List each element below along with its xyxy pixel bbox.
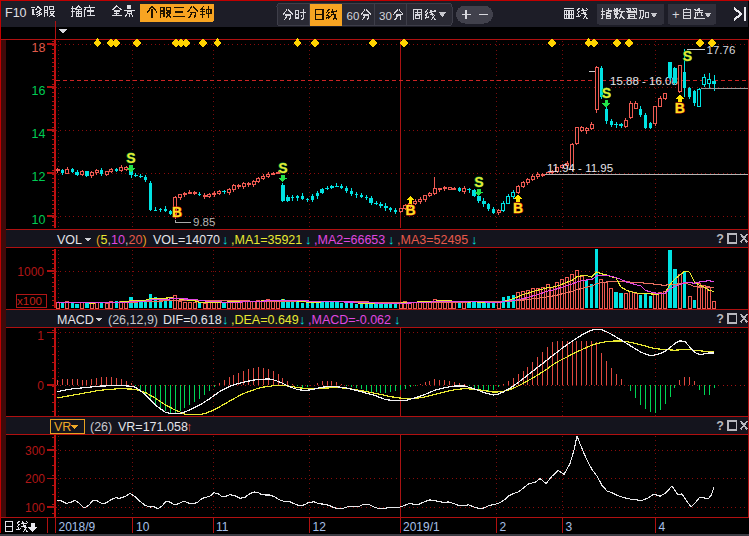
svg-text:S: S (602, 85, 611, 101)
svg-text:10: 10 (136, 520, 150, 534)
svg-text:,MACD=-0.062: ,MACD=-0.062 (308, 313, 391, 327)
svg-text:?: ? (716, 232, 724, 246)
svg-text:12: 12 (313, 520, 327, 534)
svg-text:0: 0 (37, 379, 44, 393)
svg-text:B: B (172, 204, 182, 220)
svg-text:2: 2 (500, 520, 507, 534)
svg-text:B: B (405, 202, 415, 218)
svg-text:12: 12 (32, 170, 46, 184)
svg-text:16: 16 (32, 84, 46, 98)
svg-text:2018/9: 2018/9 (59, 520, 96, 534)
svg-text:S: S (126, 150, 135, 166)
svg-text:↑: ↑ (186, 419, 193, 434)
svg-text:18: 18 (32, 41, 46, 55)
svg-text:10: 10 (111, 233, 125, 247)
svg-text:9.85: 9.85 (193, 216, 215, 228)
svg-text:100: 100 (25, 501, 45, 515)
svg-text:): ) (143, 233, 147, 247)
svg-text:10: 10 (32, 213, 46, 227)
svg-text:300: 300 (25, 444, 45, 458)
svg-text:30: 30 (379, 10, 392, 22)
svg-text:1000: 1000 (17, 265, 44, 279)
svg-text:↓: ↓ (299, 312, 306, 327)
svg-text:,MA3=52495: ,MA3=52495 (397, 233, 468, 247)
svg-text:B: B (513, 200, 523, 216)
svg-text:1: 1 (37, 329, 44, 343)
svg-text:?: ? (716, 419, 724, 433)
svg-text:200: 200 (25, 472, 45, 486)
svg-text:,MA1=35921: ,MA1=35921 (231, 233, 302, 247)
svg-text:VOL: VOL (57, 233, 82, 247)
svg-text:4: 4 (659, 520, 666, 534)
svg-text:↓: ↓ (305, 232, 312, 247)
svg-text:S: S (278, 160, 287, 176)
svg-text:14: 14 (32, 127, 46, 141)
svg-text:MACD: MACD (57, 313, 94, 327)
svg-text:↓: ↓ (222, 312, 229, 327)
svg-text:(26): (26) (90, 420, 112, 434)
svg-text:5: 5 (101, 233, 108, 247)
svg-text:↓: ↓ (471, 232, 478, 247)
svg-text:11: 11 (216, 520, 229, 534)
svg-text:60: 60 (347, 10, 360, 22)
svg-text:x100: x100 (17, 295, 42, 307)
svg-text:+: + (672, 7, 680, 22)
svg-text:,DEA=0.649: ,DEA=0.649 (231, 313, 299, 327)
svg-text:S: S (474, 174, 483, 190)
svg-text:F10: F10 (5, 6, 27, 20)
svg-text:,MA2=66653: ,MA2=66653 (314, 233, 385, 247)
svg-text:(26,12,9): (26,12,9) (108, 313, 158, 327)
svg-text:11.94 - 11.95: 11.94 - 11.95 (547, 162, 613, 174)
svg-text:?: ? (716, 312, 724, 326)
svg-text:B: B (675, 100, 685, 116)
svg-text:↓: ↓ (222, 232, 229, 247)
svg-text:↓: ↓ (394, 312, 401, 327)
svg-text:2019/1: 2019/1 (403, 520, 440, 534)
svg-text:DIF=0.618: DIF=0.618 (163, 313, 222, 327)
svg-text:VR: VR (54, 420, 71, 434)
svg-text:VR=171.058: VR=171.058 (118, 420, 188, 434)
svg-text:3: 3 (566, 520, 573, 534)
svg-text:20: 20 (129, 233, 143, 247)
svg-text:S: S (683, 48, 692, 64)
svg-text:15.88 - 16.08: 15.88 - 16.08 (610, 75, 678, 87)
svg-text:VOL=14070: VOL=14070 (153, 233, 220, 247)
svg-text:↓: ↓ (388, 232, 395, 247)
